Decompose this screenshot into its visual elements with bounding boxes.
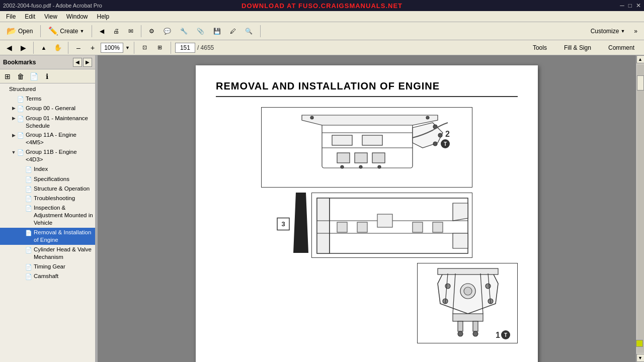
zoom-input[interactable] (101, 43, 123, 53)
tree-label-structured: Structured (9, 85, 93, 93)
tree-expand-group11a[interactable]: ▶ (10, 132, 17, 139)
tree-item-camshaft[interactable]: 📄Camshaft (0, 272, 95, 281)
pdf-area[interactable]: REMOVAL AND INSTALLATION OF ENGINE (98, 55, 636, 362)
fill-sign-tab[interactable]: Fill & Sign (557, 43, 598, 53)
main-area: Bookmarks ◀ ▶ ⊞ 🗑 📄 ℹ Structured📄Terms▶📄… (0, 55, 644, 362)
zoom-out-button[interactable]: – (72, 42, 85, 53)
scroll-thumb[interactable] (637, 75, 644, 90)
create-button[interactable]: ✏️ Create ▼ (45, 25, 88, 37)
tools-button[interactable]: 🔧 (177, 26, 191, 36)
open-icon: 📂 (7, 26, 17, 36)
nav-separator-4 (171, 42, 171, 54)
email-icon: ✉ (128, 28, 133, 35)
diagram-3: 1 T (417, 263, 518, 343)
open-button[interactable]: 📂 Open (3, 25, 36, 37)
minimize-button[interactable]: ─ (620, 2, 624, 9)
sign-icon: 🖊 (230, 28, 236, 35)
menu-edit[interactable]: Edit (21, 12, 39, 21)
comment-tab[interactable]: Comment (602, 43, 641, 53)
create-dropdown-icon: ▼ (79, 29, 84, 34)
tree-label-group11b: Group 11B - Engine <4D3> (26, 148, 93, 163)
right-scrollbar[interactable]: ▲ ▼ (636, 55, 644, 362)
fit-width-button[interactable]: ⊞ (153, 42, 167, 53)
toolbar-separator-4 (260, 25, 261, 37)
diagram-2 (311, 193, 472, 258)
fit-page-button[interactable]: ⊡ (138, 42, 151, 53)
save-button[interactable]: 💾 (210, 26, 224, 36)
nav-up-button[interactable]: ▲ (38, 42, 50, 53)
tree-item-structured[interactable]: Structured (0, 84, 95, 94)
menu-window[interactable]: Window (62, 12, 92, 21)
search-button[interactable]: 🔍 (242, 26, 256, 36)
tree-label-trouble: Troubleshooting (34, 195, 93, 202)
svg-point-9 (426, 116, 429, 119)
panel-tools: ⊞ 🗑 📄 ℹ (0, 69, 95, 83)
close-button[interactable]: ✕ (636, 2, 641, 9)
nav-hand-button[interactable]: ✋ (52, 42, 64, 53)
svg-point-15 (378, 165, 381, 168)
svg-point-6 (438, 133, 442, 137)
tree-expand-group01[interactable]: ▶ (10, 115, 17, 122)
menu-view[interactable]: View (40, 12, 61, 21)
tree-item-timing[interactable]: 📄Timing Gear (0, 262, 95, 272)
tools-tab[interactable]: Tools (526, 43, 553, 53)
expand-button[interactable]: » (630, 26, 641, 36)
panel-props-btn[interactable]: ℹ (41, 71, 52, 82)
zoom-in-button[interactable]: + (87, 42, 99, 53)
svg-point-14 (359, 165, 362, 168)
tree-item-structure[interactable]: 📄Structure & Operation (0, 184, 95, 194)
nav-separator-2 (68, 42, 68, 54)
tree-item-group11b[interactable]: ▼📄Group 11B - Engine <4D3> (0, 147, 95, 164)
tree-expand-cylinder (18, 246, 25, 253)
open-label: Open (18, 28, 33, 35)
gear-icon: ⚙ (149, 28, 154, 35)
tree-item-group01[interactable]: ▶📄Group 01 - Maintenance Schedule (0, 114, 95, 131)
tree-icon-specs: 📄 (25, 176, 32, 183)
print-button[interactable]: 🖨 (110, 26, 123, 36)
tree-expand-group00[interactable]: ▶ (10, 105, 17, 112)
back-button[interactable]: ◀ (96, 26, 108, 36)
customize-label: Customize (591, 28, 619, 35)
tree-container[interactable]: Structured📄Terms▶📄Group 00 - General▶📄Gr… (0, 83, 95, 362)
svg-text:3: 3 (281, 220, 285, 228)
tree-item-group00[interactable]: ▶📄Group 00 - General (0, 104, 95, 113)
email-button[interactable]: ✉ (125, 26, 137, 36)
attach-button[interactable]: 📎 (193, 26, 208, 36)
menu-file[interactable]: File (2, 12, 20, 21)
scroll-down-arrow[interactable]: ▼ (636, 354, 645, 362)
tree-item-removal[interactable]: 📄Removal & Installation of Engine (0, 228, 95, 245)
nav-back-button[interactable]: ◀ (3, 42, 15, 53)
tree-item-cylinder[interactable]: 📄Cylinder Head & Valve Mechanism (0, 245, 95, 262)
tree-item-trouble[interactable]: 📄Troubleshooting (0, 194, 95, 203)
comment-button[interactable]: 💬 (160, 26, 175, 36)
window-controls: ─ □ ✕ (620, 2, 641, 9)
panel-right-arrow[interactable]: ▶ (83, 58, 92, 67)
nav-forward-button[interactable]: ▶ (17, 42, 29, 53)
customize-button[interactable]: Customize ▼ (587, 26, 629, 36)
settings-button[interactable]: ⚙ (145, 26, 158, 36)
scroll-up-arrow[interactable]: ▲ (636, 55, 645, 63)
tree-item-terms[interactable]: 📄Terms (0, 94, 95, 104)
tree-label-group01: Group 01 - Maintenance Schedule (26, 115, 93, 130)
label-2: 2 (445, 130, 450, 138)
tree-icon-camshaft: 📄 (25, 273, 32, 280)
panel-grid-btn[interactable]: ⊞ (2, 71, 13, 82)
tree-item-specs[interactable]: 📄Specifications (0, 174, 95, 184)
svg-point-41 (473, 331, 478, 336)
restore-button[interactable]: □ (628, 2, 632, 9)
panel-delete-btn[interactable]: 🗑 (15, 71, 26, 82)
label-3-svg: 3 (276, 217, 291, 232)
zoom-dropdown-icon[interactable]: ▼ (125, 45, 130, 50)
tree-item-group11a[interactable]: ▶📄Group 11A - Engine <4M5> (0, 130, 95, 147)
tree-expand-group11b[interactable]: ▼ (10, 149, 17, 156)
tree-item-inspection[interactable]: 📄Inspection & Adjustment Mounted in Vehi… (0, 203, 95, 228)
panel-new-btn[interactable]: 📄 (28, 71, 39, 82)
tree-label-camshaft: Camshaft (34, 273, 93, 280)
panel-left-arrow[interactable]: ◀ (73, 58, 82, 67)
engine-diagram-2-svg (312, 193, 472, 258)
svg-rect-37 (453, 314, 483, 321)
sign-button[interactable]: 🖊 (226, 26, 239, 36)
menu-help[interactable]: Help (93, 12, 114, 21)
page-number-input[interactable] (175, 43, 195, 53)
tree-item-index[interactable]: 📄Index (0, 164, 95, 174)
